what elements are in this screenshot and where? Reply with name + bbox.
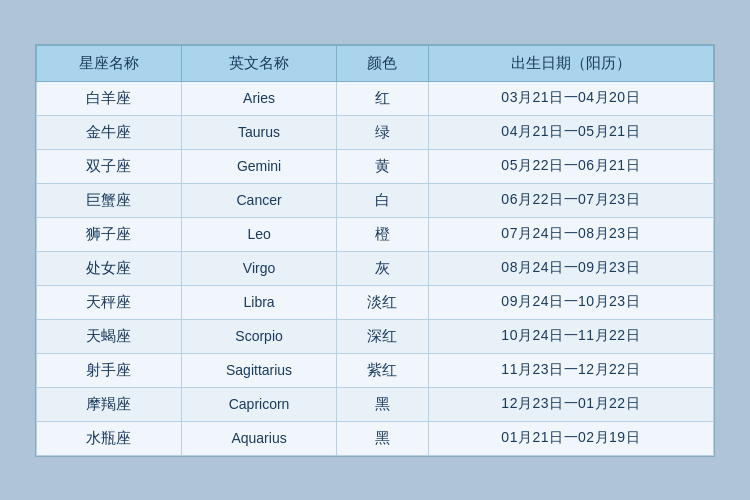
cell-color: 黄 [337, 149, 428, 183]
cell-english-name: Gemini [181, 149, 337, 183]
cell-english-name: Cancer [181, 183, 337, 217]
header-color: 颜色 [337, 45, 428, 81]
cell-english-name: Leo [181, 217, 337, 251]
header-english-name: 英文名称 [181, 45, 337, 81]
cell-color: 灰 [337, 251, 428, 285]
cell-color: 黑 [337, 387, 428, 421]
cell-dates: 07月24日一08月23日 [428, 217, 713, 251]
cell-chinese-name: 白羊座 [37, 81, 182, 115]
cell-english-name: Libra [181, 285, 337, 319]
cell-english-name: Capricorn [181, 387, 337, 421]
cell-chinese-name: 金牛座 [37, 115, 182, 149]
cell-dates: 06月22日一07月23日 [428, 183, 713, 217]
cell-dates: 03月21日一04月20日 [428, 81, 713, 115]
table-row: 天蝎座Scorpio深红10月24日一11月22日 [37, 319, 714, 353]
table-row: 水瓶座Aquarius黑01月21日一02月19日 [37, 421, 714, 455]
cell-color: 紫红 [337, 353, 428, 387]
table-row: 天秤座Libra淡红09月24日一10月23日 [37, 285, 714, 319]
zodiac-table-container: 星座名称 英文名称 颜色 出生日期（阳历） 白羊座Aries红03月21日一04… [35, 44, 715, 457]
cell-english-name: Virgo [181, 251, 337, 285]
cell-color: 红 [337, 81, 428, 115]
cell-chinese-name: 摩羯座 [37, 387, 182, 421]
cell-color: 黑 [337, 421, 428, 455]
table-row: 双子座Gemini黄05月22日一06月21日 [37, 149, 714, 183]
table-row: 处女座Virgo灰08月24日一09月23日 [37, 251, 714, 285]
cell-chinese-name: 射手座 [37, 353, 182, 387]
cell-chinese-name: 水瓶座 [37, 421, 182, 455]
cell-english-name: Sagittarius [181, 353, 337, 387]
cell-color: 白 [337, 183, 428, 217]
cell-english-name: Aquarius [181, 421, 337, 455]
table-row: 摩羯座Capricorn黑12月23日一01月22日 [37, 387, 714, 421]
cell-chinese-name: 狮子座 [37, 217, 182, 251]
cell-english-name: Scorpio [181, 319, 337, 353]
table-row: 狮子座Leo橙07月24日一08月23日 [37, 217, 714, 251]
cell-chinese-name: 天蝎座 [37, 319, 182, 353]
cell-dates: 08月24日一09月23日 [428, 251, 713, 285]
cell-chinese-name: 巨蟹座 [37, 183, 182, 217]
cell-chinese-name: 处女座 [37, 251, 182, 285]
header-dates: 出生日期（阳历） [428, 45, 713, 81]
table-header-row: 星座名称 英文名称 颜色 出生日期（阳历） [37, 45, 714, 81]
table-row: 巨蟹座Cancer白06月22日一07月23日 [37, 183, 714, 217]
cell-chinese-name: 天秤座 [37, 285, 182, 319]
cell-dates: 01月21日一02月19日 [428, 421, 713, 455]
table-row: 白羊座Aries红03月21日一04月20日 [37, 81, 714, 115]
cell-color: 橙 [337, 217, 428, 251]
table-row: 金牛座Taurus绿04月21日一05月21日 [37, 115, 714, 149]
cell-english-name: Taurus [181, 115, 337, 149]
table-body: 白羊座Aries红03月21日一04月20日金牛座Taurus绿04月21日一0… [37, 81, 714, 455]
cell-chinese-name: 双子座 [37, 149, 182, 183]
cell-color: 深红 [337, 319, 428, 353]
zodiac-table: 星座名称 英文名称 颜色 出生日期（阳历） 白羊座Aries红03月21日一04… [36, 45, 714, 456]
cell-english-name: Aries [181, 81, 337, 115]
cell-dates: 12月23日一01月22日 [428, 387, 713, 421]
table-row: 射手座Sagittarius紫红11月23日一12月22日 [37, 353, 714, 387]
cell-dates: 05月22日一06月21日 [428, 149, 713, 183]
header-chinese-name: 星座名称 [37, 45, 182, 81]
cell-dates: 09月24日一10月23日 [428, 285, 713, 319]
cell-dates: 11月23日一12月22日 [428, 353, 713, 387]
cell-dates: 10月24日一11月22日 [428, 319, 713, 353]
cell-dates: 04月21日一05月21日 [428, 115, 713, 149]
cell-color: 绿 [337, 115, 428, 149]
cell-color: 淡红 [337, 285, 428, 319]
